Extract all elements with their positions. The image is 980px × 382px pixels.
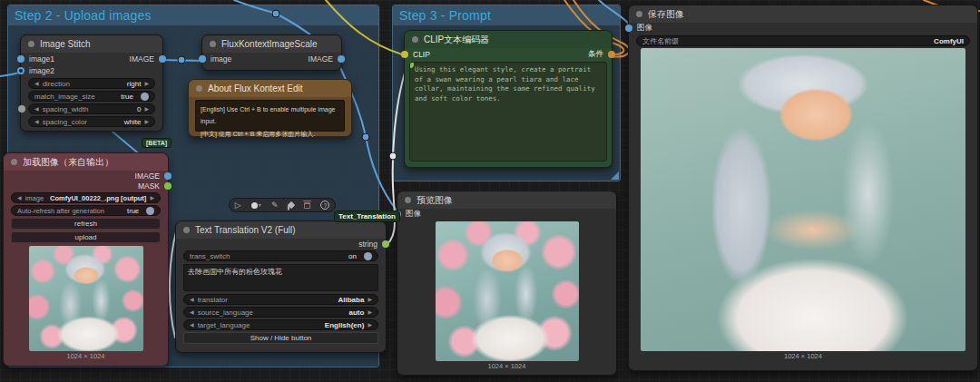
widget-value: 0 bbox=[137, 105, 141, 113]
node-title: 保存图像 bbox=[648, 8, 684, 21]
preview-image-thumbnail[interactable] bbox=[436, 221, 579, 361]
node-toolbar[interactable]: ▷ ▾ ✎ ? bbox=[229, 198, 336, 212]
widget-spacing-width[interactable]: ◀ spacing_width 0 ▶ bbox=[28, 103, 155, 114]
node-image-stitch-header[interactable]: Image Stitch bbox=[21, 35, 162, 53]
node-clip-text-encode[interactable]: CLIP文本编码器 CLIP 条件 Using this elegant sty… bbox=[404, 30, 612, 168]
collapse-dot-icon[interactable] bbox=[636, 11, 642, 17]
note-text-box: [English] Use Ctrl + B to enable multipu… bbox=[195, 100, 345, 132]
output-port-conditioning[interactable] bbox=[608, 51, 615, 58]
widget-label: Auto-refresh after generation bbox=[17, 207, 104, 215]
widget-autorefresh[interactable]: Auto-refresh after generation true bbox=[11, 205, 161, 216]
output-label: IMAGE bbox=[135, 171, 160, 181]
collapse-dot-icon[interactable] bbox=[405, 197, 411, 203]
combo-right-arrow-icon[interactable]: ▶ bbox=[144, 81, 149, 86]
combo-right-arrow-icon[interactable]: ▶ bbox=[144, 119, 149, 124]
combo-right-arrow-icon[interactable]: ▶ bbox=[368, 322, 372, 328]
input-port-image[interactable] bbox=[199, 55, 206, 63]
edit-icon[interactable]: ✎ bbox=[271, 201, 279, 210]
prompt-text: Using this elegant style, create a portr… bbox=[415, 65, 595, 103]
combo-left-arrow-icon[interactable]: ◀ bbox=[190, 309, 194, 315]
node-preview-image[interactable]: 预览图像 图像 1024 × 1024 bbox=[397, 191, 617, 376]
node-image-stitch[interactable]: Image Stitch image1 IMAGE image2 ◀ direc… bbox=[20, 34, 163, 132]
input-port-text-string[interactable] bbox=[409, 62, 414, 68]
widget-value: on bbox=[348, 252, 357, 260]
combo-left-arrow-icon[interactable]: ◀ bbox=[17, 195, 22, 201]
widget-filename-prefix[interactable]: 文件名前缀 ComfyUI bbox=[636, 35, 970, 46]
group-step3-header[interactable]: Step 3 - Prompt bbox=[393, 5, 620, 25]
input-port-image[interactable] bbox=[625, 24, 632, 32]
combo-right-arrow-icon[interactable]: ▶ bbox=[368, 297, 372, 302]
loaded-image-thumbnail[interactable] bbox=[29, 246, 143, 351]
input-port-clip[interactable] bbox=[401, 51, 408, 58]
node-text-translation[interactable]: Text Translation V2 (Full) string trans_… bbox=[175, 220, 387, 353]
widget-value: white bbox=[124, 118, 142, 126]
help-icon[interactable]: ? bbox=[320, 201, 329, 210]
widget-source-language[interactable]: ◀ source_language auto ▶ bbox=[183, 307, 378, 318]
group-resize-handle[interactable] bbox=[611, 171, 619, 180]
node-header[interactable]: CLIP文本编码器 bbox=[405, 31, 612, 48]
node-header[interactable]: 预览图像 bbox=[397, 191, 616, 209]
combo-right-arrow-icon[interactable]: ▶ bbox=[150, 195, 154, 201]
output-port-image[interactable] bbox=[338, 55, 345, 63]
note-line-chinese: [中文] 使用 Ctrl + B 来启用多张图片输入. bbox=[201, 128, 339, 140]
input-port-image1[interactable] bbox=[17, 55, 24, 63]
combo-right-arrow-icon[interactable]: ▶ bbox=[144, 106, 149, 112]
widget-label: match_image_size bbox=[34, 93, 95, 101]
pin-icon[interactable] bbox=[289, 202, 294, 208]
widget-target-language[interactable]: ◀ target_language English(en) ▶ bbox=[183, 319, 378, 330]
saved-image-thumbnail[interactable] bbox=[641, 48, 965, 351]
toggle-icon[interactable] bbox=[364, 252, 372, 260]
widget-trans-switch[interactable]: trans_switch on bbox=[183, 250, 378, 261]
node-flux-kontext-image-scale[interactable]: FluxKontextImageScale image IMAGE bbox=[201, 34, 342, 71]
widget-translator[interactable]: ◀ translator Alibaba ▶ bbox=[183, 294, 378, 305]
toggle-icon[interactable] bbox=[141, 93, 149, 101]
node-graph-canvas[interactable]: Step 2 - Upload images Step 3 - Prompt bbox=[0, 0, 980, 382]
collapse-dot-icon[interactable] bbox=[28, 41, 34, 47]
output-port-image[interactable] bbox=[159, 55, 166, 63]
node-color-icon[interactable]: ▾ bbox=[251, 202, 261, 209]
refresh-button[interactable]: refresh bbox=[11, 218, 161, 230]
note-line-english: [English] Use Ctrl + B to enable multipu… bbox=[201, 103, 339, 128]
node-header[interactable]: 保存图像 bbox=[629, 5, 977, 23]
output-port-image[interactable] bbox=[164, 172, 172, 180]
run-icon[interactable]: ▷ bbox=[235, 201, 241, 210]
input-port-image2[interactable] bbox=[17, 67, 24, 74]
output-label: MASK bbox=[138, 181, 160, 191]
combo-left-arrow-icon[interactable]: ◀ bbox=[34, 106, 39, 112]
upload-button[interactable]: upload bbox=[11, 231, 161, 243]
combo-right-arrow-icon[interactable]: ▶ bbox=[368, 309, 372, 315]
input-label: image1 bbox=[29, 54, 54, 64]
node-header[interactable]: 加载图像（来自输出） bbox=[4, 153, 168, 171]
source-text-area[interactable]: 去除画面中所有的粉色玫瑰花 bbox=[183, 264, 378, 291]
prompt-text-area[interactable]: Using this elegant style, create a portr… bbox=[409, 62, 607, 162]
node-header[interactable]: About Flux Kontext Edit bbox=[189, 80, 351, 97]
output-port-mask[interactable] bbox=[164, 182, 172, 190]
group-step2-header[interactable]: Step 2 - Upload images bbox=[8, 5, 378, 25]
node-load-image-from-output[interactable]: 加载图像（来自输出） IMAGE MASK ◀ image ComfyUI_00… bbox=[3, 152, 169, 367]
combo-left-arrow-icon[interactable]: ◀ bbox=[34, 81, 39, 86]
widget-spacing-color[interactable]: ◀ spacing_color white ▶ bbox=[28, 116, 155, 127]
delete-icon[interactable] bbox=[304, 202, 310, 209]
input-port-spacing-width[interactable] bbox=[18, 105, 25, 113]
combo-left-arrow-icon[interactable]: ◀ bbox=[190, 297, 194, 302]
collapse-dot-icon[interactable] bbox=[196, 85, 202, 92]
output-port-string[interactable] bbox=[382, 240, 389, 248]
toggle-icon[interactable] bbox=[146, 207, 154, 215]
node-save-image[interactable]: 保存图像 图像 文件名前缀 ComfyUI 1024 × 1024 bbox=[628, 5, 978, 371]
collapse-dot-icon[interactable] bbox=[183, 227, 190, 233]
node-header[interactable]: FluxKontextImageScale bbox=[202, 35, 341, 53]
slot-row: IMAGE bbox=[4, 171, 168, 181]
show-hide-button[interactable]: Show / Hide button bbox=[183, 332, 378, 344]
slot-row: 图像 bbox=[629, 23, 977, 34]
widget-match-image-size[interactable]: match_image_size true bbox=[28, 91, 155, 102]
combo-left-arrow-icon[interactable]: ◀ bbox=[190, 322, 194, 328]
node-about-flux-kontext[interactable]: About Flux Kontext Edit [English] Use Ct… bbox=[188, 79, 352, 137]
collapse-dot-icon[interactable] bbox=[412, 36, 418, 43]
collapse-dot-icon[interactable] bbox=[210, 41, 216, 47]
node-header[interactable]: Text Translation V2 (Full) bbox=[176, 221, 386, 239]
combo-left-arrow-icon[interactable]: ◀ bbox=[34, 119, 39, 124]
widget-value: ComfyUI bbox=[934, 37, 964, 45]
widget-direction[interactable]: ◀ direction right ▶ bbox=[28, 78, 155, 89]
widget-image-file[interactable]: ◀ image ComfyUI_00222_.png [output] ▶ bbox=[11, 192, 161, 203]
collapse-dot-icon[interactable] bbox=[11, 159, 17, 165]
